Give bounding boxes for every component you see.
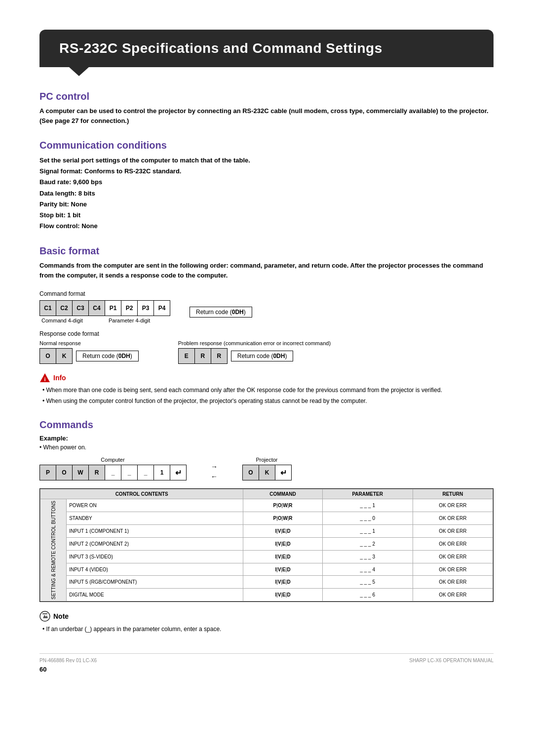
th-return: RETURN xyxy=(413,489,493,499)
svg-rect-3 xyxy=(42,613,47,614)
row-return-input2: OK OR ERR xyxy=(413,537,493,550)
computer-label: Computer xyxy=(101,457,124,463)
row-label-input5: INPUT 5 (RGB/COMPONENT) xyxy=(67,576,243,589)
row-return-power-on: OK OR ERR xyxy=(413,499,493,512)
note-icon xyxy=(39,611,50,622)
th-parameter: PARAMETER xyxy=(322,489,413,499)
note-bullet: • If an underbar (_) appears in the para… xyxy=(39,625,494,634)
projector-side: Projector O K ↵ xyxy=(242,457,291,480)
example-box-sp3: _ xyxy=(137,465,154,480)
th-command: COMMAND xyxy=(243,489,322,499)
row-param-input2: _ _ _ 2 xyxy=(322,537,413,550)
example-box-r: R xyxy=(88,465,105,480)
row-return-input1: OK OR ERR xyxy=(413,524,493,537)
info-box: i Info • When more than one code is bein… xyxy=(39,373,494,405)
row-return-input3: OK OR ERR xyxy=(413,550,493,563)
row-cmd-standby: P|O|W|R xyxy=(243,512,322,525)
cmd-4digit-label: Command 4-digit xyxy=(41,318,109,323)
projector-label: Projector xyxy=(256,457,277,463)
example-box-sp1: _ xyxy=(105,465,121,480)
table-row: INPUT 5 (RGB/COMPONENT) I|V|E|D _ _ _ 5 … xyxy=(40,576,493,589)
info-bullet-1: • When more than one code is being sent,… xyxy=(39,386,494,395)
page-footer: PN-466886 Rev 01 LC-X6 SHARP LC-X6 OPERA… xyxy=(39,653,494,663)
row-cmd-input3: I|V|E|D xyxy=(243,550,322,563)
problem-response-col: Problem response (communication error or… xyxy=(178,340,331,364)
param-4digit-label: Parameter 4-digit xyxy=(109,318,150,323)
row-cmd-power-on: P|O|W|R xyxy=(243,499,322,512)
normal-response-label: Normal response xyxy=(39,340,139,346)
section-commands: Commands xyxy=(39,419,494,431)
note-label: Note xyxy=(53,612,69,620)
note-header: Note xyxy=(39,611,494,622)
table-row: INPUT 4 (VIDEO) I|V|E|D _ _ _ 4 OK OR ER… xyxy=(40,563,493,576)
footer-right: SHARP LC-X6 OPERATION MANUAL xyxy=(409,658,494,663)
example-box-sp2: _ xyxy=(121,465,138,480)
command-boxes-group: C1 C2 C3 C4 P1 P2 P3 P4 Command 4-digit … xyxy=(39,300,170,323)
row-label-input4: INPUT 4 (VIDEO) xyxy=(67,563,243,576)
cmd-box-c4: C4 xyxy=(88,300,105,316)
row-return-standby: OK OR ERR xyxy=(413,512,493,525)
arrows: → ← xyxy=(201,454,228,480)
proj-box-k: K xyxy=(259,465,275,480)
row-param-power-on: _ _ _ 1 xyxy=(322,499,413,512)
command-boxes-row: C1 C2 C3 C4 P1 P2 P3 P4 xyxy=(39,300,170,316)
example-box-enter: ↵ xyxy=(170,465,187,480)
group-label: SETTING & REMOTE CONTROL BUTTONS xyxy=(40,499,67,601)
problem-return-code: Return code (0DH) xyxy=(231,351,294,361)
cmd-box-c2: C2 xyxy=(56,300,73,316)
row-cmd-input2: I|V|E|D xyxy=(243,537,322,550)
normal-return-code: Return code (0DH) xyxy=(76,351,139,361)
row-param-digital: _ _ _ 6 xyxy=(322,589,413,601)
basic-format-body: Commands from the computer are sent in t… xyxy=(39,261,494,280)
when-label: • When power on. xyxy=(39,444,494,451)
resp-box-o: O xyxy=(39,348,56,364)
row-label-input3: INPUT 3 (S-VIDEO) xyxy=(67,550,243,563)
cmd-box-p1: P1 xyxy=(105,300,121,316)
normal-response-col: Normal response O K Return code (0DH) xyxy=(39,340,139,364)
row-param-input3: _ _ _ 3 xyxy=(322,550,413,563)
section-communication: Communication conditions xyxy=(39,140,494,151)
page-title: RS-232C Specifications and Command Setti… xyxy=(39,30,494,67)
resp-box-r1: R xyxy=(194,348,211,364)
return-code-box: Return code (0DH) xyxy=(190,307,252,318)
row-param-input4: _ _ _ 4 xyxy=(322,563,413,576)
table-row: SETTING & REMOTE CONTROL BUTTONS POWER O… xyxy=(40,499,493,512)
page: RS-232C Specifications and Command Setti… xyxy=(0,0,533,693)
example-label: Example: xyxy=(39,435,494,442)
info-icon: i xyxy=(39,373,50,383)
example-box-1: 1 xyxy=(153,465,170,480)
example-box-o: O xyxy=(56,465,73,480)
comm-lines: Set the serial port settings of the comp… xyxy=(39,155,494,232)
control-table: CONTROL CONTENTS COMMAND PARAMETER RETUR… xyxy=(40,489,493,601)
row-cmd-input5: I|V|E|D xyxy=(243,576,322,589)
resp-box-e: E xyxy=(178,348,195,364)
table-row: INPUT 2 (COMPONENT 2) I|V|E|D _ _ _ 2 OK… xyxy=(40,537,493,550)
response-code-label: Response code format xyxy=(39,330,494,337)
pc-control-body: A computer can be used to control the pr… xyxy=(39,106,494,126)
row-param-input5: _ _ _ 5 xyxy=(322,576,413,589)
note-box: Note • If an underbar (_) appears in the… xyxy=(39,611,494,634)
resp-box-k: K xyxy=(56,348,73,364)
command-annotations: Command 4-digit Parameter 4-digit xyxy=(39,318,170,323)
page-number: 60 xyxy=(39,666,46,673)
table-row: DIGITAL MODE I|V|E|D _ _ _ 6 OK OR ERR xyxy=(40,589,493,601)
table-row: STANDBY P|O|W|R _ _ _ 0 OK OR ERR xyxy=(40,512,493,525)
row-cmd-input4: I|V|E|D xyxy=(243,563,322,576)
title-text: RS-232C Specifications and Command Setti… xyxy=(59,40,382,56)
row-cmd-input1: I|V|E|D xyxy=(243,524,322,537)
row-param-input1: _ _ _ 1 xyxy=(322,524,413,537)
row-return-input4: OK OR ERR xyxy=(413,563,493,576)
problem-response-label: Problem response (communication error or… xyxy=(178,340,331,346)
row-return-digital: OK OR ERR xyxy=(413,589,493,601)
response-format-section: Response code format Normal response O K… xyxy=(39,330,494,364)
section-pc-control: PC control xyxy=(39,91,494,102)
row-label-standby: STANDBY xyxy=(67,512,243,525)
cmd-box-p4: P4 xyxy=(153,300,170,316)
table-row: INPUT 1 (COMPONENT 1) I|V|E|D _ _ _ 1 OK… xyxy=(40,524,493,537)
info-label: Info xyxy=(53,374,66,382)
table-row: INPUT 3 (S-VIDEO) I|V|E|D _ _ _ 3 OK OR … xyxy=(40,550,493,563)
info-header: i Info xyxy=(39,373,494,383)
info-bullet-2: • When using the computer control functi… xyxy=(39,397,494,405)
svg-text:i: i xyxy=(44,376,45,382)
row-label-input2: INPUT 2 (COMPONENT 2) xyxy=(67,537,243,550)
